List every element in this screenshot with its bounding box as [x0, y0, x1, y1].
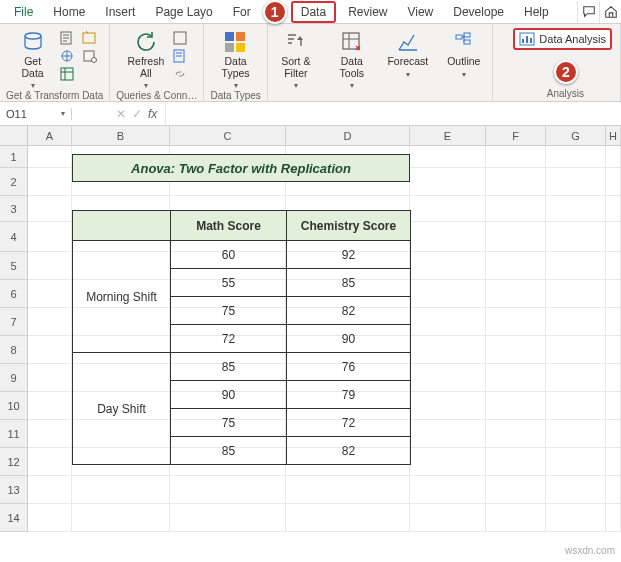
- col-header[interactable]: A: [28, 126, 72, 146]
- tab-developer[interactable]: Develope: [443, 1, 514, 23]
- cell[interactable]: [486, 196, 546, 222]
- cell[interactable]: [28, 146, 72, 168]
- refresh-all-button[interactable]: RefreshAll ▾: [124, 26, 168, 90]
- cell[interactable]: [410, 146, 486, 168]
- row-header[interactable]: 4: [0, 222, 28, 252]
- cell[interactable]: [410, 448, 486, 476]
- cell[interactable]: [486, 280, 546, 308]
- cell[interactable]: [410, 168, 486, 196]
- cell[interactable]: [606, 392, 621, 420]
- cell[interactable]: [410, 280, 486, 308]
- cell[interactable]: [28, 448, 72, 476]
- cell[interactable]: [606, 504, 621, 532]
- cell[interactable]: [606, 476, 621, 504]
- row-header[interactable]: 1: [0, 146, 28, 168]
- tab-page-layout[interactable]: Page Layo: [145, 1, 222, 23]
- cell[interactable]: [546, 392, 606, 420]
- data-types-button[interactable]: DataTypes ▾: [214, 26, 258, 90]
- cell[interactable]: [28, 222, 72, 252]
- row-header[interactable]: 5: [0, 252, 28, 280]
- from-table-icon[interactable]: [59, 66, 77, 82]
- cell[interactable]: [606, 280, 621, 308]
- cell[interactable]: [546, 476, 606, 504]
- fx-icon[interactable]: fx: [148, 107, 157, 121]
- cell[interactable]: [410, 222, 486, 252]
- cell[interactable]: [546, 336, 606, 364]
- tab-review[interactable]: Review: [338, 1, 397, 23]
- comments-icon[interactable]: [577, 1, 599, 23]
- col-header[interactable]: F: [486, 126, 546, 146]
- name-box[interactable]: O11 ▾: [0, 108, 72, 120]
- tab-formulas[interactable]: For: [223, 1, 261, 23]
- row-header[interactable]: 12: [0, 448, 28, 476]
- cell[interactable]: [486, 420, 546, 448]
- cell[interactable]: [170, 476, 286, 504]
- cell[interactable]: [28, 196, 72, 222]
- cell[interactable]: [28, 252, 72, 280]
- outline-button[interactable]: Outline ▾: [442, 26, 486, 79]
- cell[interactable]: [28, 336, 72, 364]
- cell[interactable]: [410, 252, 486, 280]
- cell[interactable]: [410, 364, 486, 392]
- cell[interactable]: [72, 476, 170, 504]
- cell[interactable]: [486, 448, 546, 476]
- cell[interactable]: [546, 448, 606, 476]
- cell[interactable]: [486, 252, 546, 280]
- tab-help[interactable]: Help: [514, 1, 559, 23]
- col-header[interactable]: C: [170, 126, 286, 146]
- row-header[interactable]: 2: [0, 168, 28, 196]
- row-header[interactable]: 13: [0, 476, 28, 504]
- cell[interactable]: [606, 364, 621, 392]
- cell[interactable]: [72, 504, 170, 532]
- cell[interactable]: [410, 504, 486, 532]
- cell[interactable]: [606, 336, 621, 364]
- cell[interactable]: [486, 476, 546, 504]
- cell[interactable]: [28, 476, 72, 504]
- cell[interactable]: [286, 504, 410, 532]
- cell[interactable]: [410, 476, 486, 504]
- from-text-icon[interactable]: [59, 30, 77, 46]
- cell[interactable]: [486, 336, 546, 364]
- cell[interactable]: [28, 392, 72, 420]
- row-header[interactable]: 8: [0, 336, 28, 364]
- edit-links-icon[interactable]: [172, 66, 190, 82]
- properties-icon[interactable]: [172, 48, 190, 64]
- tab-insert[interactable]: Insert: [95, 1, 145, 23]
- worksheet-grid[interactable]: A B C D E F G H 1234567891011121314 Anov…: [0, 126, 621, 532]
- cell[interactable]: [28, 308, 72, 336]
- cell[interactable]: [546, 420, 606, 448]
- cell[interactable]: [486, 146, 546, 168]
- cell[interactable]: [546, 364, 606, 392]
- cell[interactable]: [28, 364, 72, 392]
- select-all-corner[interactable]: [0, 126, 28, 146]
- col-header[interactable]: H: [606, 126, 621, 146]
- cell[interactable]: [286, 476, 410, 504]
- cell[interactable]: [486, 504, 546, 532]
- cell[interactable]: [606, 420, 621, 448]
- cancel-icon[interactable]: ✕: [116, 107, 126, 121]
- cell[interactable]: [546, 308, 606, 336]
- cell[interactable]: [546, 252, 606, 280]
- cell[interactable]: [28, 168, 72, 196]
- cell[interactable]: [28, 420, 72, 448]
- cell[interactable]: [546, 280, 606, 308]
- cell[interactable]: [410, 196, 486, 222]
- existing-conn-icon[interactable]: [81, 48, 99, 64]
- cell[interactable]: [606, 168, 621, 196]
- cell[interactable]: [486, 168, 546, 196]
- cell[interactable]: [410, 308, 486, 336]
- tab-view[interactable]: View: [397, 1, 443, 23]
- cell[interactable]: [606, 196, 621, 222]
- col-header[interactable]: G: [546, 126, 606, 146]
- row-header[interactable]: 14: [0, 504, 28, 532]
- cell[interactable]: [606, 146, 621, 168]
- cell[interactable]: [606, 222, 621, 252]
- get-data-button[interactable]: GetData ▾: [11, 26, 55, 90]
- cell[interactable]: [606, 308, 621, 336]
- cell[interactable]: [546, 146, 606, 168]
- cell[interactable]: [606, 448, 621, 476]
- tab-data[interactable]: Data: [291, 1, 336, 23]
- row-header[interactable]: 11: [0, 420, 28, 448]
- col-header[interactable]: D: [286, 126, 410, 146]
- cell[interactable]: [28, 280, 72, 308]
